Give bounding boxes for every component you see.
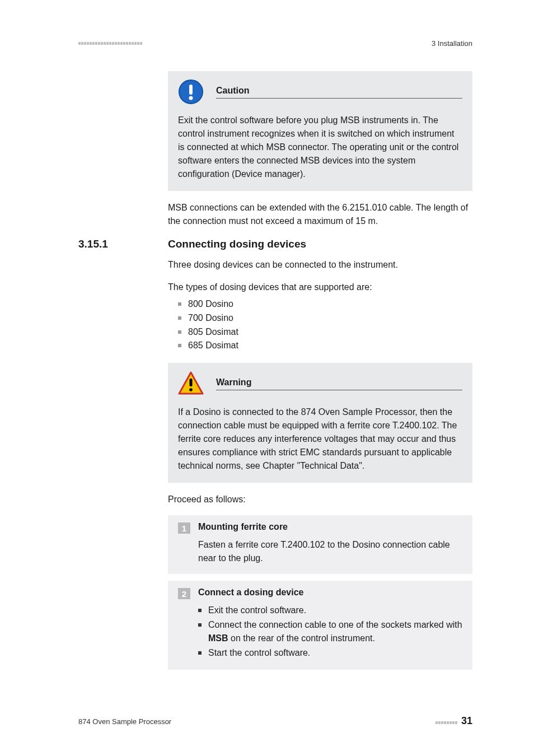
warning-rule <box>216 390 462 390</box>
caution-rule <box>216 98 462 99</box>
step-2-b2-a: Connect the connection cable to one of t… <box>208 620 462 629</box>
section-heading: 3.15.1 Connecting dosing devices <box>78 238 472 250</box>
footer-dashes <box>435 721 458 724</box>
list-item: 700 Dosino <box>178 311 472 325</box>
step-2-title: Connect a dosing device <box>198 587 303 598</box>
step-1: 1 Mounting ferrite core Fasten a ferrite… <box>168 515 472 574</box>
caution-body: Exit the control software before you plu… <box>178 114 462 181</box>
warning-head: Warning <box>178 371 462 396</box>
list-item: Connect the connection cable to one of t… <box>198 618 462 645</box>
list-item: Start the control software. <box>198 646 462 660</box>
section-content: Three dosing devices can be connected to… <box>168 258 472 670</box>
list-item: 800 Dosino <box>178 297 472 311</box>
footer-product: 874 Oven Sample Processor <box>78 717 171 726</box>
step-2-b2-c: on the rear of the control instrument. <box>228 633 375 643</box>
warning-body: If a Dosino is connected to the 874 Oven… <box>178 405 462 473</box>
device-list: 800 Dosino 700 Dosino 805 Dosimat 685 Do… <box>178 297 472 353</box>
header-dashes <box>78 42 143 45</box>
list-item: Exit the control software. <box>198 604 462 617</box>
page-footer: 874 Oven Sample Processor 31 <box>78 715 472 727</box>
three-devices-paragraph: Three dosing devices can be connected to… <box>168 258 472 272</box>
step-2-badge: 2 <box>178 588 190 599</box>
caution-title-wrap: Caution <box>216 86 462 99</box>
svg-rect-2 <box>189 85 193 95</box>
warning-callout: Warning If a Dosino is connected to the … <box>168 363 472 483</box>
section-number: 3.15.1 <box>78 238 151 250</box>
list-item: 805 Dosimat <box>178 325 472 339</box>
svg-rect-5 <box>190 379 193 386</box>
svg-point-3 <box>189 96 193 100</box>
content-column: Caution Exit the control software before… <box>168 71 472 228</box>
step-2-bullets: Exit the control software. Connect the c… <box>198 604 462 660</box>
caution-title: Caution <box>216 86 462 98</box>
caution-head: Caution <box>178 79 462 105</box>
step-2: 2 Connect a dosing device Exit the contr… <box>168 581 472 670</box>
section-title: Connecting dosing devices <box>168 238 306 250</box>
proceed-paragraph: Proceed as follows: <box>168 493 472 506</box>
warning-title-wrap: Warning <box>216 377 462 390</box>
step-2-b2-b: MSB <box>208 633 228 643</box>
page: 3 Installation Caution Exit the control … <box>0 0 534 756</box>
step-1-badge: 1 <box>178 522 190 534</box>
page-number: 31 <box>461 715 472 727</box>
step-1-body: Fasten a ferrite core T.2400.102 to the … <box>198 538 462 565</box>
footer-right: 31 <box>435 715 472 727</box>
page-header: 3 Installation <box>78 39 472 48</box>
step-2-head: 2 Connect a dosing device <box>178 587 462 599</box>
warning-icon <box>178 371 204 396</box>
warning-title: Warning <box>216 377 462 390</box>
types-paragraph: The types of dosing devices that are sup… <box>168 281 472 294</box>
step-1-head: 1 Mounting ferrite core <box>178 522 462 534</box>
caution-icon <box>178 79 204 105</box>
caution-callout: Caution Exit the control software before… <box>168 71 472 191</box>
msb-paragraph: MSB connections can be extended with the… <box>168 201 472 228</box>
chapter-label: 3 Installation <box>432 39 472 48</box>
svg-point-6 <box>189 388 193 391</box>
list-item: 685 Dosimat <box>178 339 472 353</box>
step-1-title: Mounting ferrite core <box>198 522 288 532</box>
